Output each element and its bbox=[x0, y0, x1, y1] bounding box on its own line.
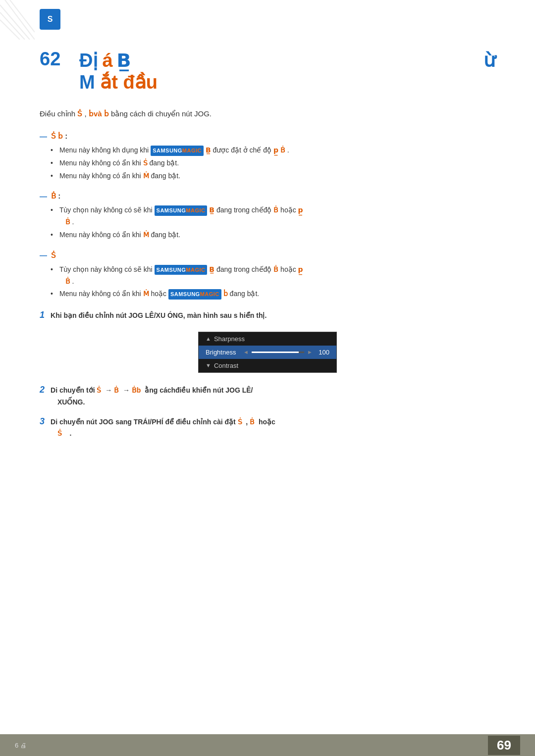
step1-text: Khi bạn điều chỉnh nút JOG LÊ/XU ÓNG, mà… bbox=[51, 310, 267, 322]
chapter-title-block: Đị á B̲ ừ M ắt đầu bbox=[79, 50, 495, 93]
samsung-magic-badge4: SAMSUNGMAGIC bbox=[168, 289, 221, 300]
osd-sharpness-row: ▲ Sharpness bbox=[199, 332, 336, 346]
osd-container: ▲ Sharpness Brightness ◄ ► 100 ▼ bbox=[40, 332, 495, 373]
section3-bullets: Tùy chọn này không có sẽ khi SAMSUNGMAGI… bbox=[40, 264, 495, 300]
desc-end: bằng cách di chuyển nút JOG. bbox=[111, 109, 212, 118]
footer: 6 🖨 69 bbox=[0, 734, 535, 756]
step2-text: Di chuyển tới Ṡ → Ḃ → Ḃb ằng cáchđiều kh… bbox=[51, 385, 253, 397]
section2-header: — Ḃ : bbox=[40, 192, 495, 201]
osd-arrow-right: ► bbox=[307, 349, 313, 355]
chapter-number: 62 bbox=[40, 50, 69, 68]
step2-number: 2 bbox=[40, 385, 45, 395]
description-line: Điều chỉnh Ṡ , ḃvà ḃ bằng cách di chuyển… bbox=[40, 108, 495, 120]
section1: — Ṡ ḃ : Menu này không kh dụng khi SAMSU… bbox=[40, 132, 495, 182]
step2-xuong: XUỐNG. bbox=[40, 397, 495, 408]
step3-block: 3 Di chuyển nút JOG sang TRÁI/PHÍ để điề… bbox=[40, 416, 495, 440]
chapter-heading: 62 Đị á B̲ ừ M ắt đầu bbox=[40, 50, 495, 93]
osd-contrast-row: ▼ Contrast bbox=[199, 359, 336, 372]
section3-dash: — bbox=[40, 251, 47, 259]
step3-final: Ṡ . bbox=[40, 428, 495, 440]
title-spacer: B̲ bbox=[117, 50, 131, 71]
step2-row: 2 Di chuyển tới Ṡ → Ḃ → Ḃb ằng cáchđiều … bbox=[40, 385, 495, 397]
section3-bullet1: Tùy chọn này không có sẽ khi SAMSUNGMAGI… bbox=[59, 264, 495, 288]
page: S 62 Đị á B̲ ừ M ắt đầu Điều chỉnh bbox=[0, 0, 535, 756]
section2: — Ḃ : Tùy chọn này không có sẽ khi SAMSU… bbox=[40, 192, 495, 241]
header: S bbox=[0, 0, 535, 35]
title-a: á bbox=[102, 50, 112, 71]
osd-brightness-label: Brightness bbox=[206, 349, 240, 356]
step1-number: 1 bbox=[40, 310, 45, 320]
step3-row: 3 Di chuyển nút JOG sang TRÁI/PHÍ để điề… bbox=[40, 416, 495, 428]
step1-block: 1 Khi bạn điều chỉnh nút JOG LÊ/XU ÓNG, … bbox=[40, 310, 495, 322]
section3-title: Ṡ bbox=[51, 251, 56, 260]
desc-highlight2: ḃvà bbox=[89, 109, 102, 118]
desc-highlight1: Ṡ bbox=[77, 109, 82, 118]
osd-contrast-label: Contrast bbox=[214, 362, 329, 369]
osd-brightness-value: 100 bbox=[316, 349, 329, 356]
footer-page-left: 6 🖨 bbox=[15, 742, 27, 749]
osd-bar-fill bbox=[252, 352, 299, 353]
section2-bullet2: Menu này không có ẩn khi Ṁ đang bật. bbox=[59, 229, 495, 241]
samsung-magic-badge1: SAMSUNGMAGIC bbox=[151, 146, 204, 156]
section1-bullet3: Menu này không có ẩn khi Ṁ đang bật. bbox=[59, 170, 495, 182]
desc-start: Điều chỉnh bbox=[40, 109, 75, 118]
desc-highlight3: ḃ bbox=[104, 109, 109, 118]
section1-bullets: Menu này không kh dụng khi SAMSUNGMAGIC … bbox=[40, 145, 495, 182]
section3: — Ṡ Tùy chọn này không có sẽ khi SAMSUNG… bbox=[40, 251, 495, 300]
section1-title: Ṡ ḃ : bbox=[51, 132, 67, 141]
section1-bullet1: Menu này không kh dụng khi SAMSUNGMAGIC … bbox=[59, 145, 495, 156]
step2-block: 2 Di chuyển tới Ṡ → Ḃ → Ḃb ằng cáchđiều … bbox=[40, 385, 495, 408]
osd-brightness-row: Brightness ◄ ► 100 bbox=[199, 346, 336, 359]
section3-header: — Ṡ bbox=[40, 251, 495, 260]
logo-text: S bbox=[48, 15, 53, 24]
osd-chevron-down: ▼ bbox=[206, 362, 211, 368]
samsung-magic-badge2: SAMSUNGMAGIC bbox=[155, 205, 208, 216]
step3-number: 3 bbox=[40, 416, 45, 427]
title-at-dau: ắt đầu bbox=[100, 72, 158, 93]
svg-line-3 bbox=[0, 12, 25, 40]
samsung-magic-badge3: SAMSUNGMAGIC bbox=[155, 265, 208, 275]
section2-title: Ḃ : bbox=[51, 192, 60, 201]
desc-comma: , bbox=[85, 109, 89, 118]
title-dij: Đị bbox=[79, 50, 98, 71]
osd-bar-container: ◄ ► bbox=[243, 349, 313, 355]
footer-page-right: 69 bbox=[488, 736, 520, 755]
osd-menu: ▲ Sharpness Brightness ◄ ► 100 ▼ bbox=[198, 332, 337, 373]
section1-dash: — bbox=[40, 132, 47, 141]
chapter-title-row2: M ắt đầu bbox=[79, 71, 495, 93]
decorative-lines bbox=[0, 0, 35, 40]
footer-icon: 🖨 bbox=[20, 742, 27, 749]
section1-header: — Ṡ ḃ : bbox=[40, 132, 495, 141]
title-m: M bbox=[79, 72, 95, 93]
title-u: ừ bbox=[483, 50, 495, 71]
section1-bullet2: Menu này không có ẩn khi Ṡ đang bật. bbox=[59, 157, 495, 169]
section3-bullet2: Menu này không có ẩn khi Ṁ hoặc SAMSUNGM… bbox=[59, 288, 495, 300]
step3-text: Di chuyển nút JOG sang TRÁI/PHÍ để điều … bbox=[51, 416, 275, 428]
step3-final-text: Ṡ . bbox=[57, 429, 71, 437]
step2-xuong-text: XUỐNG. bbox=[57, 398, 85, 406]
logo: S bbox=[40, 9, 60, 30]
osd-arrow-left: ◄ bbox=[243, 349, 249, 355]
osd-sharpness-label: Sharpness bbox=[214, 335, 329, 343]
osd-chevron-up: ▲ bbox=[206, 336, 211, 342]
section2-bullet1: Tùy chọn này không có sẽ khi SAMSUNGMAGI… bbox=[59, 204, 495, 228]
s3b2-space: hoặc bbox=[151, 290, 168, 298]
section2-dash: — bbox=[40, 192, 47, 201]
main-content: 62 Đị á B̲ ừ M ắt đầu Điều chỉnh Ṡ , ḃvà bbox=[0, 35, 535, 734]
chapter-title-row1: Đị á B̲ ừ bbox=[79, 50, 495, 71]
step1-row: 1 Khi bạn điều chỉnh nút JOG LÊ/XU ÓNG, … bbox=[40, 310, 495, 322]
section2-bullets: Tùy chọn này không có sẽ khi SAMSUNGMAGI… bbox=[40, 204, 495, 241]
footer-page-left-num: 6 bbox=[15, 742, 18, 749]
osd-progress-bar bbox=[252, 352, 304, 353]
